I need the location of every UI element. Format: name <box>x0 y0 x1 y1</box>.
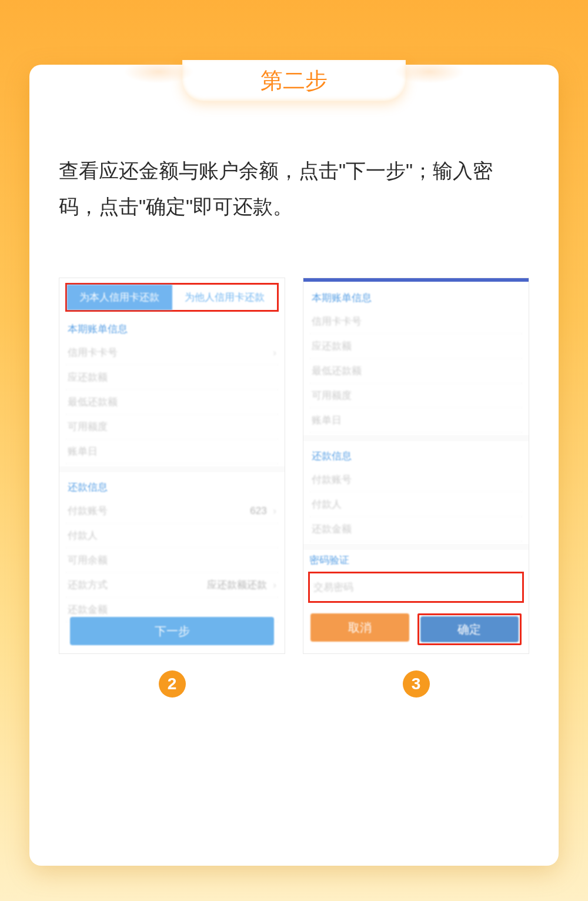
row-available-balance: 可用余额 <box>65 548 279 573</box>
instruction-card: 第二步 查看应还金额与账户余额，点击"下一步"；输入密码，点击"确定"即可还款。… <box>29 65 559 866</box>
phones-row: 为本人信用卡还款 为他人信用卡还款 本期账单信息 信用卡卡号› 应还款额 最低还… <box>59 278 529 698</box>
section-title-repay-info: 还款信息 <box>65 475 279 499</box>
confirm-button[interactable]: 确定 <box>420 616 519 642</box>
chevron-right-icon: › <box>270 579 276 590</box>
step-label: 第二步 <box>260 66 328 96</box>
section-title-bill-info: 本期账单信息 <box>65 316 279 341</box>
step-number-badge-3: 3 <box>403 670 430 698</box>
divider <box>303 544 529 550</box>
section-title-bill-info: 本期账单信息 <box>309 285 523 309</box>
row-payer: 付款人 <box>65 523 279 548</box>
confirm-button-highlight: 确定 <box>417 613 522 645</box>
row-repay-amount: 还款金额 <box>309 517 523 542</box>
tab-self-repay[interactable]: 为本人信用卡还款 <box>67 285 172 310</box>
row-available-credit: 可用额度 <box>65 415 279 439</box>
row-card-number[interactable]: 信用卡卡号› <box>65 341 279 365</box>
row-statement-date: 账单日 <box>309 408 523 433</box>
row-repay-method[interactable]: 还款方式应还款额还款 › <box>65 573 279 598</box>
row-statement-date: 账单日 <box>65 439 279 464</box>
step-number-badge-2: 2 <box>159 670 186 698</box>
row-min-due: 最低还款额 <box>65 390 279 415</box>
step-description: 查看应还金额与账户余额，点击"下一步"；输入密码，点击"确定"即可还款。 <box>59 153 529 225</box>
chevron-right-icon: › <box>270 505 276 516</box>
row-available-credit: 可用额度 <box>309 383 523 408</box>
phone-column-right: 本期账单信息 信用卡卡号 应还款额 最低还款额 可用额度 账单日 还款信息 付款… <box>303 278 529 698</box>
action-button-row: 取消 确定 <box>310 613 522 645</box>
phone-column-left: 为本人信用卡还款 为他人信用卡还款 本期账单信息 信用卡卡号› 应还款额 最低还… <box>59 278 285 698</box>
phone-header-bar <box>303 278 529 282</box>
next-button[interactable]: 下一步 <box>70 617 274 645</box>
row-pay-account: 付款账号 <box>309 468 523 492</box>
row-payer: 付款人 <box>309 492 523 517</box>
divider <box>303 435 529 441</box>
chevron-right-icon: › <box>273 347 276 359</box>
row-due-amount: 应还款额 <box>309 334 523 359</box>
tab-other-repay[interactable]: 为他人信用卡还款 <box>172 285 278 310</box>
repay-tabs-highlight: 为本人信用卡还款 为他人信用卡还款 <box>65 283 279 312</box>
row-min-due: 最低还款额 <box>309 359 523 383</box>
row-transaction-password[interactable]: 交易密码 <box>313 578 519 596</box>
phone-screenshot-2: 为本人信用卡还款 为他人信用卡还款 本期账单信息 信用卡卡号› 应还款额 最低还… <box>59 278 285 654</box>
row-card-number: 信用卡卡号 <box>309 309 523 334</box>
section-title-password: 密码验证 <box>309 552 523 570</box>
section-title-repay-info: 还款信息 <box>309 443 523 468</box>
phone-screenshot-3: 本期账单信息 信用卡卡号 应还款额 最低还款额 可用额度 账单日 还款信息 付款… <box>303 278 529 654</box>
row-pay-account[interactable]: 付款账号623 › <box>65 499 279 523</box>
password-input-highlight: 交易密码 <box>308 572 524 603</box>
cancel-button[interactable]: 取消 <box>310 613 409 642</box>
step-tab: 第二步 <box>182 60 406 101</box>
divider <box>59 466 285 472</box>
row-due-amount: 应还款额 <box>65 365 279 390</box>
